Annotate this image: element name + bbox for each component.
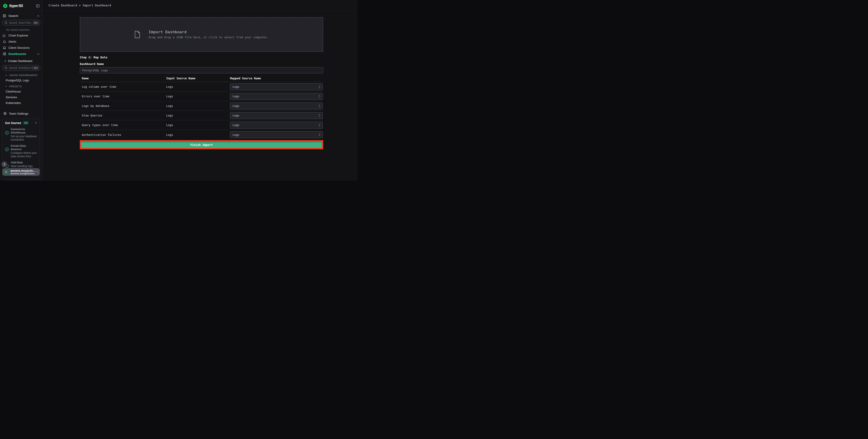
search-section-icon [3,14,6,18]
select-chevrons-icon [318,85,321,89]
dashboards-grid-icon [3,52,6,56]
check-circle-icon [5,148,9,151]
row-name: Errors over time [80,95,165,98]
row-input-source: Logs [165,104,228,107]
hyperdx-app: HyperDX Search [0,0,358,181]
dashboards-tree: SAVED DASHBOARDS PostgreSQL Logs PRESETS… [0,71,42,106]
search-section-header[interactable]: Search [0,12,42,20]
import-dropzone[interactable]: Import Dashboard Drag and drop a JSON fi… [80,17,323,52]
breadcrumb-separator: > [79,4,81,7]
bell-icon [3,40,6,43]
get-started-title: Get Started [5,121,21,125]
select-value: Logs [232,123,318,127]
dashboard-name-label: Dashboard Name [80,62,323,66]
import-dashboard-title: Import Dashboard [149,30,269,34]
task-title: Create Data Sources [11,144,37,151]
chevron-down-icon [5,74,7,76]
section-label: SAVED DASHBOARDS [9,74,38,76]
sidebar-item-label: Alerts [8,40,40,43]
saved-dashboards-placeholder: Saved Dashboards [9,66,33,69]
get-started-item-connect[interactable]: Connect to ClickHouse Set up your databa… [5,128,37,141]
no-saved-searches-note: No saved searches [0,26,42,32]
column-header-name: Name [80,76,165,80]
mapped-source-select[interactable]: Logs [230,122,323,129]
sidebar-collapse-icon[interactable] [36,4,40,8]
mapped-source-select[interactable]: Logs [230,112,323,119]
mapped-source-select[interactable]: Logs [230,93,323,100]
chevron-up-icon[interactable] [35,122,37,124]
task-title: Connect to ClickHouse [11,128,37,134]
select-value: Logs [232,85,318,88]
sidebar-item-dashboards[interactable]: Dashboards [0,51,42,57]
chevron-down-icon [5,85,7,88]
breadcrumb: Create Dashboard > Import Dashboard [43,0,358,11]
sidebar-item-chart-explorer[interactable]: Chart Explorer [0,32,42,38]
table-row: Authentication failures Logs Logs [80,130,323,139]
hyperdx-logo-icon [3,3,8,8]
annotation-highlight-box: Finish Import [80,140,323,149]
table-row: Errors over time Logs Logs [80,92,323,101]
select-chevrons-icon [318,104,321,108]
get-started-progress-badge: 3/3 [23,121,29,125]
dashboard-item-postgresql-logs[interactable]: PostgreSQL Logs [0,77,42,83]
sidebar-item-alerts[interactable]: Alerts [0,38,42,45]
select-value: Logs [232,114,318,117]
row-name: Query types over time [80,123,165,127]
step-title: Step 2: Map Data [80,56,323,59]
user-email: dominic.tran@clickho... [10,172,36,175]
user-account-chip[interactable]: D dominic.tran@clic... dominic.tran@clic… [2,168,40,176]
import-dashboard-subtitle: Drag and drop a JSON file here, or click… [149,36,269,39]
row-input-source: Logs [165,114,228,117]
preset-item-services[interactable]: Services [0,94,42,100]
section-label: PRESETS [9,85,22,88]
get-started-item-data-sources[interactable]: Create Data Sources Configure where your… [5,144,37,158]
select-chevrons-icon [318,123,321,127]
select-chevrons-icon [318,114,321,117]
row-input-source: Logs [165,123,228,127]
breadcrumb-create-dashboard[interactable]: Create Dashboard [49,4,77,7]
mapped-source-select[interactable]: Logs [230,84,323,90]
saved-searches-input[interactable]: Saved Searches ⌘K [2,20,40,26]
dashboard-name-input[interactable] [80,67,323,73]
sidebar-item-client-sessions[interactable]: Client Sessions [0,45,42,51]
saved-dashboards-input[interactable]: Saved Dashboards ⌘K [2,65,40,71]
create-dashboard-button[interactable]: + Create Dashboard [0,57,42,64]
select-value: Logs [232,95,318,98]
file-icon [134,31,141,38]
preset-item-clickhouse[interactable]: ClickHouse [0,89,42,94]
row-input-source: Logs [165,85,228,88]
row-name: Log volume over time [80,85,165,88]
chevron-up-icon [37,53,40,55]
sidebar-item-label: Chart Explorer [8,34,40,37]
task-title: Add Data [11,161,37,164]
search-section-label: Search [8,14,37,18]
help-button[interactable]: ? [1,161,7,167]
chart-line-icon [3,34,6,37]
task-subtitle: Set up your database connection [11,135,37,141]
sidebar-item-label: Dashboards [8,52,37,56]
row-input-source: Logs [165,133,228,136]
saved-dashboards-section-header[interactable]: SAVED DASHBOARDS [0,72,42,77]
select-value: Logs [232,133,318,136]
shortcut-badge: ⌘K [33,21,39,25]
row-name: Slow Queries [80,114,165,117]
table-row: Slow Queries Logs Logs [80,111,323,120]
laptop-icon [3,46,6,50]
presets-section-header[interactable]: PRESETS [0,83,42,89]
plus-icon: + [4,59,6,63]
mapped-source-select[interactable]: Logs [230,102,323,109]
preset-item-kubernetes[interactable]: Kubernetes [0,100,42,106]
mapping-table: Name Input Source Name Mapped Source Nam… [80,76,323,139]
search-icon [5,21,7,24]
table-row: Logs by database Logs Logs [80,101,323,111]
row-name: Logs by database [80,104,165,107]
row-name: Authentication failures [80,133,165,136]
mapped-source-select[interactable]: Logs [230,131,323,138]
finish-import-button[interactable]: Finish Import [81,142,322,148]
sidebar-header: HyperDX [0,0,42,12]
team-settings-label: Team Settings [9,112,29,115]
create-dashboard-label: Create Dashboard [8,59,32,63]
sidebar-item-team-settings[interactable]: Team Settings [0,110,42,117]
column-header-input-source: Input Source Name [165,76,228,80]
sidebar: HyperDX Search [0,0,43,181]
